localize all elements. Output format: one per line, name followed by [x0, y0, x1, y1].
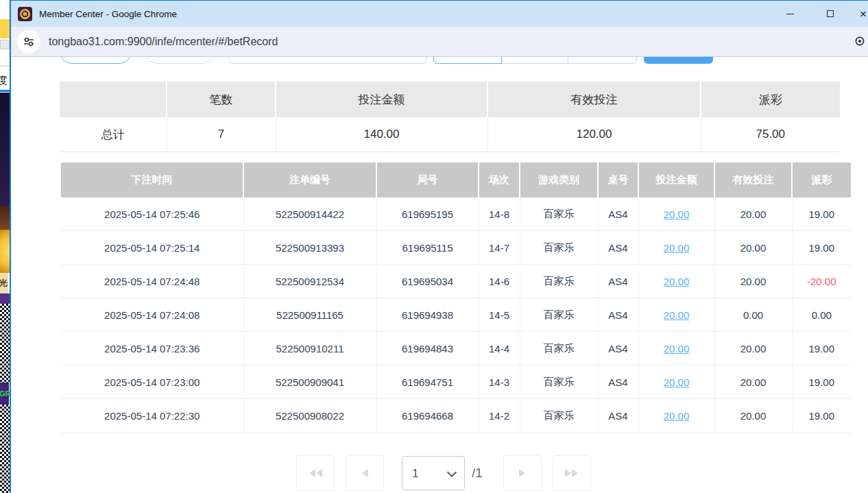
bet-table-header-row: 下注时间注单编号局号场次游戏类别桌号投注金额有效投注派彩 [61, 163, 851, 197]
cell-time: 2025-05-14 07:25:46 [61, 197, 243, 231]
minimize-button[interactable] [774, 1, 806, 27]
bet-column-header: 游戏类别 [520, 163, 598, 197]
cell-session: 14-8 [479, 197, 520, 231]
cell-time: 2025-05-14 07:24:08 [61, 298, 243, 332]
cell-bet-id: 522500910211 [243, 332, 376, 365]
cell-round: 619694668 [376, 399, 479, 433]
cell-session: 14-3 [479, 365, 520, 399]
page-total-label: /1 [472, 466, 483, 481]
cell-game: 百家乐 [520, 298, 598, 332]
table-row: 2025-05-14 07:23:36522500910211619694843… [61, 332, 851, 365]
browser-window: Member Center - Google Chrome × tongbao3… [10, 0, 868, 493]
bet-amount-link[interactable]: 20.00 [664, 208, 690, 220]
background-blue-underline [0, 90, 10, 92]
cell-session: 14-7 [479, 231, 520, 265]
bet-column-header: 场次 [479, 163, 520, 197]
url-bar: tongbao31.com:9900/infe/mcenter/#/betRec… [11, 27, 868, 57]
summary-label: 总计 [60, 117, 167, 152]
cell-bet-id: 522500913393 [243, 231, 376, 265]
bet-amount-link[interactable]: 20.00 [664, 410, 690, 422]
cell-round: 619695195 [376, 197, 479, 231]
cell-time: 2025-05-14 07:23:36 [61, 332, 243, 365]
previous-page-button[interactable] [346, 455, 384, 491]
search-button-partial[interactable] [644, 57, 713, 64]
bet-column-header: 派彩 [792, 163, 851, 197]
background-text-guang: 光 [0, 273, 8, 293]
filter-button-primary-partial[interactable] [60, 57, 132, 64]
cell-session: 14-5 [479, 298, 520, 332]
summary-table: 笔数投注金额有效投注派彩 总计7140.00120.0075.00 [60, 82, 840, 152]
summary-header-row: 笔数投注金额有效投注派彩 [60, 82, 840, 117]
table-row: 2025-05-14 07:23:00522500909041619694751… [61, 365, 851, 399]
double-left-arrow-icon [309, 469, 315, 477]
filter-tab-selected-partial[interactable] [433, 57, 502, 64]
summary-total-row: 总计7140.00120.0075.00 [60, 117, 840, 152]
tune-sliders-icon [23, 36, 34, 47]
cell-time: 2025-05-14 07:22:30 [61, 399, 243, 433]
bet-amount-link[interactable]: 20.00 [664, 309, 690, 321]
cell-valid-bet: 20.00 [714, 265, 792, 298]
cell-round: 619694938 [376, 298, 479, 332]
double-right-arrow-icon [565, 469, 571, 477]
background-gray-box [0, 40, 10, 49]
background-purple-band [0, 293, 10, 304]
page-select-wrap: 1 [402, 456, 465, 490]
right-arrow-icon [519, 469, 525, 477]
address-input[interactable]: tongbao31.com:9900/infe/mcenter/#/betRec… [49, 36, 278, 48]
double-right-arrow-icon [572, 469, 578, 477]
summary-valid-bet: 120.00 [487, 117, 701, 152]
cell-game: 百家乐 [520, 399, 598, 433]
background-divider [0, 65, 10, 67]
background-window-strip: 度 光 GR [0, 0, 10, 493]
cell-time: 2025-05-14 07:24:48 [61, 265, 243, 298]
pagination: 1 /1 [60, 455, 828, 491]
cell-session: 14-6 [479, 265, 520, 298]
cell-game: 百家乐 [520, 197, 598, 231]
cell-payout: 19.00 [792, 332, 851, 365]
bet-column-header: 下注时间 [61, 163, 243, 197]
record-target-button[interactable] [854, 36, 865, 49]
close-button[interactable]: × [847, 1, 868, 27]
filter-button-secondary-partial[interactable] [145, 57, 215, 64]
cell-bet-id: 522500912534 [243, 265, 376, 298]
cell-table: AS4 [598, 298, 638, 332]
summary-column-header: 笔数 [167, 82, 276, 117]
filter-tab-partial[interactable] [502, 57, 568, 63]
table-row: 2025-05-14 07:22:30522500908022619694668… [61, 399, 851, 433]
date-range-input-partial[interactable] [229, 57, 426, 64]
bet-column-header: 桌号 [598, 163, 638, 197]
summary-count: 7 [167, 117, 276, 152]
cell-game: 百家乐 [520, 265, 598, 298]
site-settings-button[interactable] [17, 30, 40, 53]
bet-record-page: 笔数投注金额有效投注派彩 总计7140.00120.0075.00 下注时间注单… [11, 57, 868, 493]
bet-amount-link[interactable]: 20.00 [664, 242, 690, 254]
page-select[interactable]: 1 [402, 456, 465, 490]
last-page-button[interactable] [553, 455, 591, 491]
summary-column-header: 有效投注 [487, 82, 701, 117]
table-row: 2025-05-14 07:25:14522500913393619695115… [61, 231, 851, 265]
cell-payout: 0.00 [792, 298, 851, 332]
maximize-button[interactable] [815, 1, 846, 27]
cell-table: AS4 [598, 399, 638, 433]
next-page-button[interactable] [503, 455, 542, 491]
cell-valid-bet: 20.00 [714, 332, 792, 365]
bet-amount-link[interactable]: 20.00 [664, 276, 690, 287]
window-titlebar: Member Center - Google Chrome × [11, 1, 868, 27]
cell-game: 百家乐 [520, 332, 598, 365]
first-page-button[interactable] [296, 455, 335, 491]
cell-bet-amount: 20.00 [638, 197, 714, 231]
background-qr-code-top [0, 304, 10, 383]
cell-bet-amount: 20.00 [638, 332, 714, 365]
cell-bet-amount: 20.00 [638, 265, 714, 298]
bet-amount-link[interactable]: 20.00 [664, 376, 690, 388]
bet-amount-link[interactable]: 20.00 [664, 343, 690, 354]
cell-time: 2025-05-14 07:25:14 [61, 231, 243, 265]
background-text-gr: GR [0, 383, 9, 405]
bet-column-header: 注单编号 [243, 163, 376, 197]
filter-tab-partial[interactable] [568, 57, 636, 63]
background-gold-banner [0, 230, 10, 273]
cell-valid-bet: 0.00 [714, 298, 792, 332]
left-arrow-icon [362, 469, 368, 477]
window-title: Member Center - Google Chrome [39, 9, 177, 19]
cell-game: 百家乐 [520, 365, 598, 399]
